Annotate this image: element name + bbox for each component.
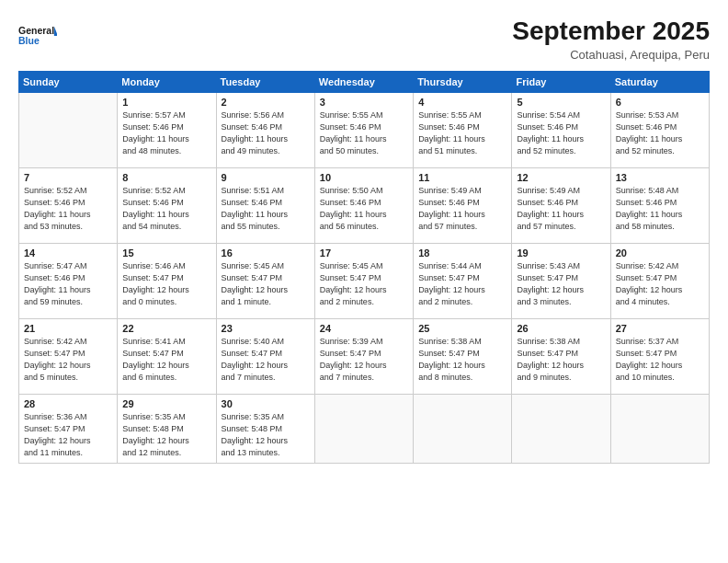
- header-day-saturday: Saturday: [610, 72, 709, 93]
- calendar-day-cell: 28Sunrise: 5:36 AMSunset: 5:47 PMDayligh…: [19, 395, 118, 464]
- day-number: 23: [222, 323, 310, 334]
- day-info: Sunrise: 5:35 AMSunset: 5:48 PMDaylight:…: [122, 411, 210, 459]
- header-day-thursday: Thursday: [414, 72, 512, 93]
- day-number: 9: [222, 172, 310, 183]
- day-number: 8: [122, 172, 210, 183]
- day-info: Sunrise: 5:44 AMSunset: 5:47 PMDaylight:…: [418, 260, 506, 308]
- calendar-day-cell: 18Sunrise: 5:44 AMSunset: 5:47 PMDayligh…: [414, 244, 512, 319]
- calendar-day-cell: 22Sunrise: 5:41 AMSunset: 5:47 PMDayligh…: [118, 319, 216, 395]
- day-info: Sunrise: 5:46 AMSunset: 5:47 PMDaylight:…: [122, 260, 210, 308]
- day-number: 29: [122, 398, 210, 409]
- day-info: Sunrise: 5:42 AMSunset: 5:47 PMDaylight:…: [616, 260, 704, 308]
- title-block: September 2025 Cotahuasi, Arequipa, Peru: [512, 17, 710, 62]
- day-number: 27: [616, 323, 704, 334]
- day-number: 4: [418, 97, 506, 108]
- day-number: 30: [222, 398, 310, 409]
- calendar-day-cell: [414, 395, 512, 464]
- calendar-day-cell: 20Sunrise: 5:42 AMSunset: 5:47 PMDayligh…: [610, 244, 709, 319]
- header-day-monday: Monday: [118, 72, 216, 93]
- calendar-day-cell: 9Sunrise: 5:51 AMSunset: 5:46 PMDaylight…: [216, 168, 314, 244]
- day-info: Sunrise: 5:42 AMSunset: 5:47 PMDaylight:…: [24, 336, 112, 384]
- calendar-week-row: 7Sunrise: 5:52 AMSunset: 5:46 PMDaylight…: [19, 168, 710, 244]
- day-number: 15: [122, 247, 210, 259]
- day-number: 13: [616, 172, 704, 183]
- svg-marker-2: [54, 27, 57, 37]
- day-info: Sunrise: 5:45 AMSunset: 5:47 PMDaylight:…: [222, 260, 310, 308]
- day-number: 19: [517, 247, 605, 259]
- day-number: 18: [418, 247, 506, 259]
- calendar-day-cell: 15Sunrise: 5:46 AMSunset: 5:47 PMDayligh…: [118, 244, 216, 319]
- calendar-header-row: SundayMondayTuesdayWednesdayThursdayFrid…: [19, 72, 710, 93]
- day-number: 2: [222, 97, 310, 108]
- calendar-day-cell: 29Sunrise: 5:35 AMSunset: 5:48 PMDayligh…: [118, 395, 216, 464]
- calendar-day-cell: 10Sunrise: 5:50 AMSunset: 5:46 PMDayligh…: [314, 168, 413, 244]
- calendar-day-cell: 14Sunrise: 5:47 AMSunset: 5:46 PMDayligh…: [19, 244, 118, 319]
- calendar-day-cell: 3Sunrise: 5:55 AMSunset: 5:46 PMDaylight…: [314, 93, 413, 168]
- day-info: Sunrise: 5:50 AMSunset: 5:46 PMDaylight:…: [320, 185, 408, 233]
- calendar-day-cell: 5Sunrise: 5:54 AMSunset: 5:46 PMDaylight…: [512, 93, 610, 168]
- day-info: Sunrise: 5:36 AMSunset: 5:47 PMDaylight:…: [24, 411, 112, 459]
- day-info: Sunrise: 5:48 AMSunset: 5:46 PMDaylight:…: [616, 185, 704, 233]
- calendar-day-cell: 25Sunrise: 5:38 AMSunset: 5:47 PMDayligh…: [414, 319, 512, 395]
- logo-svg: General Blue: [18, 17, 57, 55]
- day-number: 17: [320, 247, 408, 259]
- calendar-day-cell: 19Sunrise: 5:43 AMSunset: 5:47 PMDayligh…: [512, 244, 610, 319]
- day-number: 6: [616, 97, 704, 108]
- day-number: 11: [418, 172, 506, 183]
- header-day-sunday: Sunday: [19, 72, 118, 93]
- calendar-day-cell: [610, 395, 709, 464]
- header-day-friday: Friday: [512, 72, 610, 93]
- calendar-day-cell: 11Sunrise: 5:49 AMSunset: 5:46 PMDayligh…: [414, 168, 512, 244]
- calendar-day-cell: [512, 395, 610, 464]
- day-info: Sunrise: 5:57 AMSunset: 5:46 PMDaylight:…: [122, 109, 210, 157]
- day-info: Sunrise: 5:52 AMSunset: 5:46 PMDaylight:…: [122, 185, 210, 233]
- day-info: Sunrise: 5:38 AMSunset: 5:47 PMDaylight:…: [517, 336, 605, 384]
- day-number: 25: [418, 323, 506, 334]
- day-info: Sunrise: 5:54 AMSunset: 5:46 PMDaylight:…: [517, 109, 605, 157]
- day-info: Sunrise: 5:49 AMSunset: 5:46 PMDaylight:…: [517, 185, 605, 233]
- month-title: September 2025: [512, 17, 710, 46]
- day-info: Sunrise: 5:55 AMSunset: 5:46 PMDaylight:…: [418, 109, 506, 157]
- day-number: 28: [24, 398, 112, 409]
- page-header: General Blue September 2025 Cotahuasi, A…: [18, 17, 710, 62]
- day-info: Sunrise: 5:52 AMSunset: 5:46 PMDaylight:…: [24, 185, 112, 233]
- calendar-day-cell: 23Sunrise: 5:40 AMSunset: 5:47 PMDayligh…: [216, 319, 314, 395]
- calendar-day-cell: 17Sunrise: 5:45 AMSunset: 5:47 PMDayligh…: [314, 244, 413, 319]
- day-info: Sunrise: 5:47 AMSunset: 5:46 PMDaylight:…: [24, 260, 112, 308]
- day-info: Sunrise: 5:55 AMSunset: 5:46 PMDaylight:…: [320, 109, 408, 157]
- day-number: 5: [517, 97, 605, 108]
- calendar-day-cell: 8Sunrise: 5:52 AMSunset: 5:46 PMDaylight…: [118, 168, 216, 244]
- day-info: Sunrise: 5:39 AMSunset: 5:47 PMDaylight:…: [320, 336, 408, 384]
- calendar-week-row: 1Sunrise: 5:57 AMSunset: 5:46 PMDaylight…: [19, 93, 710, 168]
- calendar-day-cell: 13Sunrise: 5:48 AMSunset: 5:46 PMDayligh…: [610, 168, 709, 244]
- day-info: Sunrise: 5:51 AMSunset: 5:46 PMDaylight:…: [222, 185, 310, 233]
- day-info: Sunrise: 5:38 AMSunset: 5:47 PMDaylight:…: [418, 336, 506, 384]
- calendar-day-cell: 7Sunrise: 5:52 AMSunset: 5:46 PMDaylight…: [19, 168, 118, 244]
- location: Cotahuasi, Arequipa, Peru: [512, 48, 710, 62]
- day-number: 16: [222, 247, 310, 259]
- calendar-day-cell: 27Sunrise: 5:37 AMSunset: 5:47 PMDayligh…: [610, 319, 709, 395]
- calendar-day-cell: [19, 93, 118, 168]
- calendar-day-cell: 2Sunrise: 5:56 AMSunset: 5:46 PMDaylight…: [216, 93, 314, 168]
- day-number: 7: [24, 172, 112, 183]
- day-number: 20: [616, 247, 704, 259]
- day-info: Sunrise: 5:35 AMSunset: 5:48 PMDaylight:…: [222, 411, 310, 459]
- day-number: 12: [517, 172, 605, 183]
- day-info: Sunrise: 5:49 AMSunset: 5:46 PMDaylight:…: [418, 185, 506, 233]
- day-info: Sunrise: 5:43 AMSunset: 5:47 PMDaylight:…: [517, 260, 605, 308]
- day-info: Sunrise: 5:56 AMSunset: 5:46 PMDaylight:…: [222, 109, 310, 157]
- header-day-tuesday: Tuesday: [216, 72, 314, 93]
- logo: General Blue: [18, 17, 57, 55]
- day-number: 22: [122, 323, 210, 334]
- calendar-day-cell: 12Sunrise: 5:49 AMSunset: 5:46 PMDayligh…: [512, 168, 610, 244]
- day-number: 3: [320, 97, 408, 108]
- day-number: 26: [517, 323, 605, 334]
- day-info: Sunrise: 5:53 AMSunset: 5:46 PMDaylight:…: [616, 109, 704, 157]
- header-day-wednesday: Wednesday: [314, 72, 413, 93]
- calendar-day-cell: 16Sunrise: 5:45 AMSunset: 5:47 PMDayligh…: [216, 244, 314, 319]
- day-info: Sunrise: 5:45 AMSunset: 5:47 PMDaylight:…: [320, 260, 408, 308]
- calendar-day-cell: 24Sunrise: 5:39 AMSunset: 5:47 PMDayligh…: [314, 319, 413, 395]
- day-number: 21: [24, 323, 112, 334]
- calendar-day-cell: [314, 395, 413, 464]
- day-info: Sunrise: 5:37 AMSunset: 5:47 PMDaylight:…: [616, 336, 704, 384]
